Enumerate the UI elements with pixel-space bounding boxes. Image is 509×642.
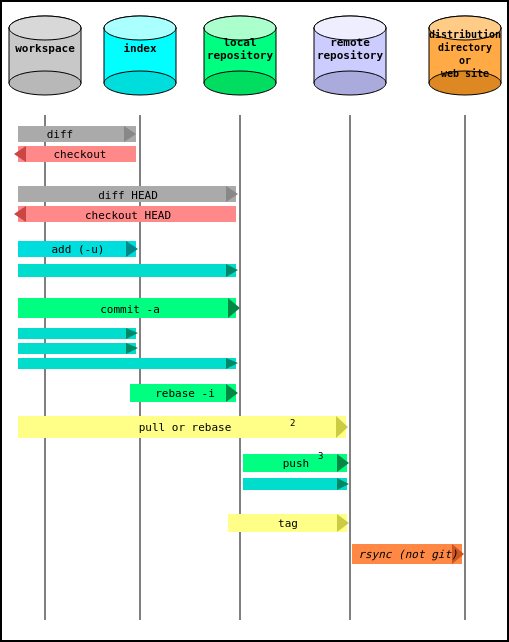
svg-point-8 — [9, 71, 81, 95]
svg-text:web site: web site — [441, 68, 489, 79]
svg-text:checkout: checkout — [54, 148, 107, 161]
svg-text:local: local — [223, 36, 256, 49]
diagram: workspace index local repository remote … — [0, 0, 509, 642]
svg-point-13 — [104, 16, 176, 40]
svg-text:or: or — [459, 55, 471, 66]
svg-text:diff: diff — [47, 128, 74, 141]
svg-point-20 — [314, 71, 386, 95]
svg-text:commit -a: commit -a — [100, 303, 160, 316]
svg-text:push: push — [283, 457, 310, 470]
svg-rect-51 — [18, 264, 236, 277]
svg-rect-58 — [18, 343, 136, 354]
svg-text:rebase -i: rebase -i — [155, 387, 215, 400]
svg-text:3: 3 — [318, 451, 323, 461]
svg-point-9 — [9, 16, 81, 40]
svg-text:repository: repository — [207, 49, 274, 62]
svg-text:repository: repository — [317, 49, 384, 62]
svg-text:tag: tag — [278, 517, 298, 530]
svg-rect-36 — [18, 126, 136, 142]
svg-text:pull or rebase: pull or rebase — [139, 421, 232, 434]
svg-rect-73 — [243, 478, 347, 490]
svg-point-12 — [104, 71, 176, 95]
svg-text:checkout HEAD: checkout HEAD — [85, 209, 171, 222]
svg-text:index: index — [123, 42, 156, 55]
svg-text:diff HEAD: diff HEAD — [98, 189, 158, 202]
svg-point-16 — [204, 71, 276, 95]
svg-text:workspace: workspace — [15, 42, 75, 55]
svg-text:remote: remote — [330, 36, 370, 49]
svg-text:rsync (not git): rsync (not git) — [358, 548, 457, 561]
svg-text:2: 2 — [290, 418, 295, 428]
svg-rect-56 — [18, 328, 136, 339]
svg-text:directory: directory — [438, 42, 492, 53]
svg-text:distribution: distribution — [429, 29, 501, 40]
svg-text:add (-u): add (-u) — [52, 243, 105, 256]
svg-rect-60 — [18, 358, 236, 369]
